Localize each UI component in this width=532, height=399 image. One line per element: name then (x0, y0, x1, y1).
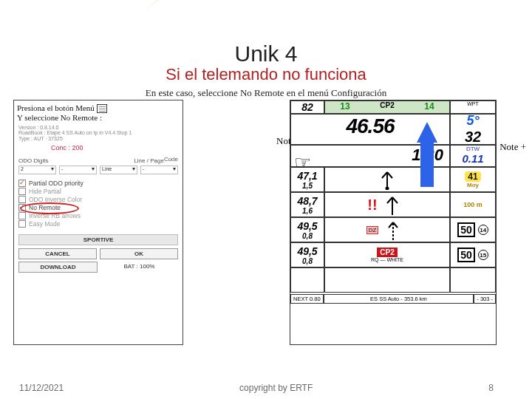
rb-row-tulip: CP2 RQ — WHITE (324, 242, 450, 267)
odo-row: ODO Digits Line / Page (14, 157, 183, 165)
dz-badge: DZ (366, 226, 379, 234)
cancel-button[interactable]: CANCEL (18, 248, 97, 259)
rb-next: NEXT 0.80 (290, 294, 324, 304)
bottom-row: DOWNLOAD BAT : 100% (14, 262, 183, 273)
rb-empty (290, 267, 324, 293)
instruction-line1: Presiona el botón Menú (17, 103, 95, 112)
danger-icon: !! (367, 197, 377, 214)
roadbook-screenshot: 82 13 CP2 14 WPT 46.56 5° 32 1.20 DTW 0.… (290, 100, 497, 345)
ok-button[interactable]: OK (100, 248, 178, 259)
rb-row-info: 50 15 (450, 242, 496, 267)
moy-value: 41 (465, 171, 480, 182)
odo-digits-select2[interactable]: - (59, 166, 97, 174)
content-area: Presiona el botón Menú Y seleccione No R… (13, 100, 525, 364)
rb-row-tulip: DZ (324, 217, 450, 242)
check-partial-odo[interactable]: Partial ODO priority (18, 180, 178, 187)
footer-page: 8 (488, 383, 494, 393)
rb-row-info: 100 m (450, 192, 496, 217)
rb-footer: NEXT 0.80 ES SS Auto - 353.6 km - 303 - (290, 293, 496, 304)
menu-icon (97, 104, 107, 113)
checkbox-icon (18, 212, 26, 219)
checkbox-icon (18, 220, 26, 228)
checkbox-list: Partial ODO priority Hide Partial ODO In… (14, 177, 183, 230)
check-easy-mode[interactable]: Easy Mode (18, 220, 178, 228)
conc-label: Conc : 200 (14, 144, 183, 151)
rb-heading-speed: 5° 32 (450, 114, 496, 145)
page-title: Unik 4 (0, 41, 532, 66)
check-no-remote[interactable]: No Remote (18, 204, 178, 211)
circle-badge: 14 (478, 225, 488, 235)
odo-digits-select[interactable]: 2 (18, 166, 56, 174)
rb-wpt-label: WPT (450, 100, 496, 114)
rb-empty (450, 267, 496, 293)
note-plus-label: Note + (499, 141, 526, 153)
hand-pointer-icon: ☞ (294, 151, 311, 174)
rb-dtw: DTW 0.11 (450, 145, 496, 167)
checkbox-icon (18, 188, 26, 195)
rb-wpt-bar: 13 CP2 14 (324, 100, 450, 114)
tulip-icon (369, 169, 406, 190)
checkbox-icon (18, 180, 26, 187)
moy-label: Moy (467, 182, 479, 188)
checkbox-icon (18, 196, 26, 203)
footer-date: 11/12/2021 (19, 383, 64, 393)
cp2-badge: CP2 (377, 248, 397, 257)
title-block: Unik 4 Si el telemando no funciona En es… (0, 0, 532, 99)
config-menu-screenshot: Presiona el botón Menú Y seleccione No R… (13, 100, 183, 345)
rb-speed: 32 (465, 129, 481, 145)
check-odo-inverse[interactable]: ODO Inverse Color (18, 196, 178, 203)
dropdown-row: 2 - Line - (14, 166, 183, 174)
rb-cap: 5° (466, 114, 479, 129)
rb-row-dist: 49,50,8 (290, 242, 324, 267)
line-page-select2[interactable]: - (140, 166, 178, 174)
battery-label: BAT : 100% (100, 262, 178, 273)
speed-limit: 50 (457, 222, 475, 237)
instruction-text: Presiona el botón Menú Y seleccione No R… (14, 100, 183, 125)
blue-arrow-up (417, 122, 437, 187)
sportive-button[interactable]: SPORTIVE (18, 234, 178, 245)
header-faint: Version : 0.8.14.0RoadBook : Etape 4 SS … (14, 125, 183, 142)
rb-row-info: 41 Moy (450, 167, 496, 192)
rb-row-dist: 49,50,8 (290, 217, 324, 242)
rb-empty (324, 267, 450, 293)
check-inverse-rb[interactable]: Inverse RB arrows (18, 212, 178, 219)
rb-row-info: 50 14 (450, 217, 496, 242)
circle-badge: 15 (478, 250, 488, 260)
download-button[interactable]: DOWNLOAD (18, 262, 98, 273)
tulip-icon (378, 194, 407, 215)
rb-counter: 82 (290, 100, 324, 114)
rb-end: - 303 - (474, 294, 496, 304)
rb-mid: ES SS Auto - 353.6 km (324, 294, 474, 304)
rb-row-tulip: !! (324, 192, 450, 217)
speed-limit: 50 (457, 248, 475, 262)
check-hide-partial[interactable]: Hide Partial (18, 188, 178, 195)
footer-copyright: copyright by ERTF (239, 383, 313, 393)
rb-row-dist: 48,71,6 (290, 192, 324, 217)
instruction-line2: Y seleccione No Remote : (17, 113, 102, 122)
slide-footer: 11/12/2021 copyright by ERTF 8 (0, 383, 532, 393)
svg-point-0 (386, 187, 389, 191)
tulip-icon (378, 219, 408, 240)
page-subtitle: Si el telemando no funciona (0, 65, 532, 84)
page-description: En este caso, seleccione No Remote en el… (0, 87, 532, 99)
button-row: CANCEL OK (14, 248, 183, 262)
line-page-select[interactable]: Line (100, 166, 137, 174)
checkbox-icon (18, 204, 26, 211)
